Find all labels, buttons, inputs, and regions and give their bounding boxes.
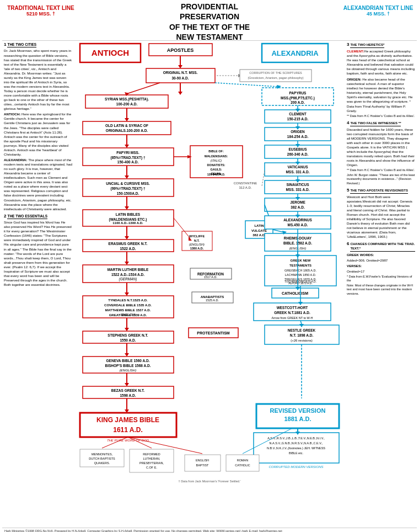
svg-text:CORRUPTED MODERN VERSIONS: CORRUPTED MODERN VERSIONS bbox=[268, 465, 323, 469]
svg-text:MSS. 331 A.D.: MSS. 331 A.D. bbox=[286, 188, 309, 191]
trad-line-label: TRADITIONAL TEXT LINE bbox=[2, 5, 79, 11]
clement-name: CLEMENT: bbox=[347, 49, 364, 53]
svg-text:CLEMENT: CLEMENT bbox=[289, 112, 306, 116]
section4-title: THE TWO FALSE WITNESSES ** bbox=[350, 121, 401, 126]
section2-num: 2 bbox=[4, 214, 6, 219]
svg-text:CORRUPTION OF THE SCRIPTURES: CORRUPTION OF THE SCRIPTURES bbox=[249, 71, 302, 75]
svg-text:REVISED VERSION: REVISED VERSION bbox=[270, 407, 326, 414]
svg-text:UNCIAL & CURSIVE MSS.: UNCIAL & CURSIVE MSS. bbox=[106, 182, 150, 185]
website: Web site: WWW.sentex.net/~hark bbox=[203, 529, 248, 532]
svg-text:30-90 A.D.: 30-90 A.D. bbox=[171, 76, 189, 80]
svg-text:1611 A.D.: 1611 A.D. bbox=[113, 426, 143, 434]
svg-marker-146 bbox=[125, 328, 129, 331]
clement-text: He accepted Greek philosophy and the Apo… bbox=[347, 49, 415, 75]
svg-text:TYNDALES N.T.1525 A.D.: TYNDALES N.T.1525 A.D. bbox=[108, 299, 148, 302]
header: TRADITIONAL TEXT LINE 5210 MSS. † PROVID… bbox=[2, 2, 417, 41]
svg-text:150-1500A.D.: 150-1500A.D. bbox=[117, 191, 139, 195]
svg-text:N.T. 1898 A.D.: N.T. 1898 A.D. bbox=[290, 333, 314, 337]
section5-num: 5 bbox=[347, 188, 349, 193]
svg-text:QUAKERS.: QUAKERS. bbox=[94, 461, 110, 465]
svg-text:1380 A.D.: 1380 A.D. bbox=[190, 247, 204, 250]
svg-marker-90 bbox=[125, 236, 129, 240]
antioch-label: ANTIOCH: bbox=[4, 112, 20, 116]
verses-label: VERSES: bbox=[347, 264, 362, 268]
svg-text:APOSTLES: APOSTLES bbox=[167, 47, 194, 53]
svg-text:LATIN BIBLES: LATIN BIBLES bbox=[116, 212, 141, 216]
svg-marker-163 bbox=[125, 353, 129, 357]
svg-line-25 bbox=[127, 83, 160, 94]
svg-text:LATIN: LATIN bbox=[254, 224, 264, 227]
alexandria-text: The place where most of the modern texts… bbox=[4, 158, 72, 211]
section-changes: 6 CHANGES COMPARED WITH THE TRAD. TEXT.*… bbox=[347, 241, 415, 296]
svg-text:OLD LATIN & SYRIAC OF: OLD LATIN & SYRIAC OF bbox=[105, 124, 148, 127]
svg-text:PRESBYTERIAN,: PRESBYTERIAN, bbox=[139, 461, 164, 465]
svg-text:LUTHERAN,: LUTHERAN, bbox=[143, 457, 160, 460]
svg-marker-12 bbox=[178, 92, 182, 95]
verses-text: Omitted=17 bbox=[347, 269, 415, 274]
footer: Hark Ministries ©1998 DRG.No.5(d). Prepa… bbox=[2, 528, 417, 532]
svg-text:MARTIN LUTHER BIBLE: MARTIN LUTHER BIBLE bbox=[108, 268, 149, 272]
section5-title: THE TWO APOSTATE REVISIONISTS bbox=[350, 189, 408, 194]
section-two-cities: 1 THE TWO CITIES Dr. Jack Moorman, who s… bbox=[4, 42, 72, 211]
section5-text: Westcott and Hort Both were apostates.We… bbox=[347, 195, 415, 240]
svg-text:LACHMANN 1850 A.D.: LACHMANN 1850 A.D. bbox=[285, 273, 316, 276]
section6-num: 6 bbox=[347, 241, 349, 247]
antioch-text: Here was the springboard for the Gentile… bbox=[4, 112, 71, 156]
svg-text:100-200 A.D.: 100-200 A.D. bbox=[116, 102, 138, 106]
svg-text:ORIGINALS.100-200 A.D.: ORIGINALS.100-200 A.D. bbox=[106, 129, 148, 132]
page: TRADITIONAL TEXT LINE 5210 MSS. † PROVID… bbox=[0, 0, 419, 532]
section2-text: Since God has inspired his Word has He a… bbox=[4, 220, 72, 287]
svg-text:ALEXANDRIA: ALEXANDRIA bbox=[271, 49, 319, 57]
svg-text:ALFORD 1872 A.D.: ALFORD 1872 A.D. bbox=[288, 281, 313, 285]
section2-title: THE TWO ESSENTIALS bbox=[7, 214, 47, 219]
burgon-text: John W. Burgon states: "These are two of… bbox=[347, 173, 415, 185]
svg-marker-7 bbox=[178, 65, 182, 68]
section-two-heretics: 3 THE TWO HERETICS* CLEMENT:He accepted … bbox=[347, 42, 415, 118]
svg-text:ERASMUS GREEK N.T.: ERASMUS GREEK N.T. bbox=[109, 242, 148, 246]
svg-text:(99%=TRAD.TEXT) †: (99%=TRAD.TEXT) † bbox=[110, 187, 145, 191]
svg-text:BAPTIST: BAPTIST bbox=[196, 464, 210, 467]
svg-marker-30 bbox=[125, 118, 129, 121]
svg-text:WESTCOTT-HORT: WESTCOTT-HORT bbox=[277, 306, 308, 310]
svg-text:ANTIOCH: ANTIOCH bbox=[92, 48, 129, 57]
svg-text:ENGLISH: ENGLISH bbox=[196, 459, 209, 462]
svg-text:120-1400 A.D.: 120-1400 A.D. bbox=[207, 173, 225, 176]
svg-text:REFORMED: REFORMED bbox=[143, 453, 160, 456]
svg-text:200 A.D.: 200 A.D. bbox=[291, 100, 305, 104]
svg-text:SYRIAN MSS.(PESHITTA).: SYRIAN MSS.(PESHITTA). bbox=[105, 97, 149, 102]
svg-line-193 bbox=[300, 321, 302, 324]
footnote4-text: ** Data from H.C Hoskier's 'Codex B and … bbox=[347, 168, 415, 172]
origen-text: He also became head of the catechetical … bbox=[347, 77, 412, 112]
main-content: 1 THE TWO CITIES Dr. Jack Moorman, who s… bbox=[2, 41, 417, 526]
alex-mss: 45 MSS. † bbox=[340, 11, 417, 17]
alex-line-label: ALEXANDRIAN TEXT LINE bbox=[340, 5, 417, 11]
svg-text:(+26 revisions): (+26 revisions) bbox=[291, 339, 313, 342]
svg-text:150-400 A.D.: 150-400 A.D. bbox=[117, 160, 139, 164]
svg-text:(ITALIC): (ITALIC) bbox=[211, 159, 222, 162]
svg-line-140 bbox=[273, 230, 284, 232]
svg-rect-219 bbox=[226, 455, 259, 471]
svg-text:KING JAMES BIBLE: KING JAMES BIBLE bbox=[96, 416, 159, 424]
svg-text:(85%=TRAD.TEXT) †: (85%=TRAD.TEXT) † bbox=[110, 156, 145, 160]
svg-text:ALEXANDRINUS: ALEXANDRINUS bbox=[283, 218, 312, 222]
svg-text:COVERDALE BIBLE 1535 A.D.: COVERDALE BIBLE 1535 A.D. bbox=[104, 304, 152, 307]
email: E-mail: hark@sentex.net bbox=[249, 529, 282, 532]
svg-text:184-254 A.D.: 184-254 A.D. bbox=[287, 135, 309, 139]
svg-text:ORIGEN: ORIGEN bbox=[291, 130, 305, 134]
svg-text:MSS.(P66,P75,ETC.): MSS.(P66,P75,ETC.) bbox=[281, 96, 315, 100]
svg-text:(ENGLISH): (ENGLISH) bbox=[120, 313, 136, 316]
svg-text:(GERMAN): (GERMAN) bbox=[119, 277, 137, 281]
section-apostate: 5 THE TWO APOSTATE REVISIONISTS Westcott… bbox=[347, 188, 415, 239]
svg-text:1881 A.D.: 1881 A.D. bbox=[284, 416, 311, 422]
svg-text:ROMAN: ROMAN bbox=[237, 459, 249, 462]
section3-title: THE TWO HERETICS* bbox=[350, 43, 384, 48]
svg-text:MATTHEWS BIBLE 1537 A.D.: MATTHEWS BIBLE 1537 A.D. bbox=[105, 308, 151, 312]
svg-text:1525 A.D.: 1525 A.D. bbox=[206, 299, 219, 302]
svg-text:GREEK N.T.1881 A.D.: GREEK N.T.1881 A.D. bbox=[274, 311, 310, 315]
svg-line-27 bbox=[215, 83, 278, 87]
section1-num: 1 bbox=[4, 42, 6, 47]
svg-text:VULGATE: VULGATE bbox=[251, 229, 267, 232]
svg-text:1522 A.D.-1534 A.D.: 1522 A.D.-1534 A.D. bbox=[111, 273, 144, 276]
svg-text:PROTESTANTISM: PROTESTANTISM bbox=[197, 331, 230, 335]
svg-text:1598 A.D.: 1598 A.D. bbox=[120, 393, 136, 397]
